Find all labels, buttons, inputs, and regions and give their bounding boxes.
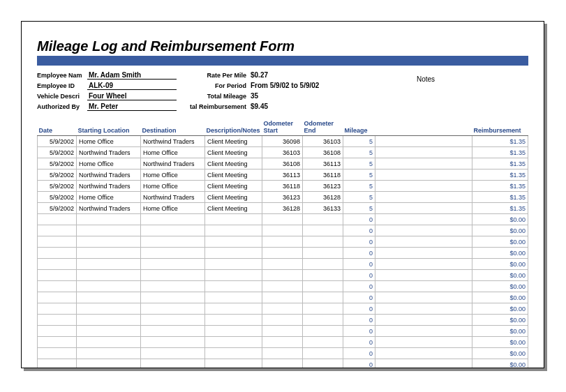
cell-reimb[interactable]: $0.00 (472, 315, 528, 326)
cell-odostart[interactable]: 36113 (262, 169, 303, 181)
cell-notes[interactable] (375, 259, 472, 270)
cell-notes[interactable] (375, 281, 472, 292)
cell-date[interactable] (38, 236, 77, 248)
cell-odostart[interactable]: 36098 (262, 136, 303, 147)
cell-date[interactable]: 5/9/2002 (38, 158, 77, 169)
cell-desc[interactable] (205, 348, 262, 359)
cell-reimb[interactable]: $0.00 (472, 225, 528, 236)
cell-desc[interactable]: Client Meeting (205, 169, 262, 181)
cell-odoend[interactable] (303, 214, 343, 225)
cell-desc[interactable]: Client Meeting (205, 136, 262, 147)
cell-desc[interactable] (205, 315, 262, 326)
cell-mileage[interactable]: 0 (343, 292, 375, 303)
cell-date[interactable] (38, 270, 77, 281)
cell-date[interactable] (38, 348, 77, 359)
value-employee-id[interactable]: ALK-09 (87, 82, 177, 90)
cell-date[interactable]: 5/9/2002 (38, 136, 77, 147)
cell-date[interactable] (38, 359, 77, 369)
cell-date[interactable] (38, 337, 77, 348)
cell-desc[interactable] (205, 326, 262, 337)
cell-start[interactable] (77, 359, 141, 369)
cell-odostart[interactable] (262, 303, 303, 315)
cell-reimb[interactable]: $0.00 (472, 270, 528, 281)
cell-reimb[interactable]: $0.00 (472, 248, 528, 259)
cell-dest[interactable] (141, 348, 205, 359)
cell-desc[interactable] (205, 303, 262, 315)
cell-date[interactable] (38, 315, 77, 326)
cell-start[interactable] (77, 337, 141, 348)
cell-dest[interactable]: Northwind Traders (141, 136, 205, 147)
cell-notes[interactable] (375, 203, 472, 214)
cell-desc[interactable] (205, 259, 262, 270)
cell-odoend[interactable]: 36123 (303, 181, 343, 192)
cell-odostart[interactable] (262, 214, 303, 225)
cell-date[interactable]: 5/9/2002 (38, 192, 77, 203)
cell-start[interactable]: Home Office (77, 136, 141, 147)
cell-notes[interactable] (375, 214, 472, 225)
cell-start[interactable] (77, 225, 141, 236)
cell-odoend[interactable]: 36128 (303, 192, 343, 203)
cell-start[interactable] (77, 348, 141, 359)
cell-mileage[interactable]: 0 (343, 225, 375, 236)
cell-dest[interactable] (141, 270, 205, 281)
cell-odostart[interactable] (262, 270, 303, 281)
cell-date[interactable]: 5/9/2002 (38, 181, 77, 192)
cell-odoend[interactable] (303, 236, 343, 248)
cell-dest[interactable] (141, 303, 205, 315)
cell-desc[interactable] (205, 270, 262, 281)
value-vehicle-desc[interactable]: Four Wheel (87, 92, 177, 100)
cell-notes[interactable] (375, 292, 472, 303)
cell-notes[interactable] (375, 348, 472, 359)
cell-start[interactable] (77, 270, 141, 281)
cell-date[interactable] (38, 248, 77, 259)
cell-start[interactable]: Home Office (77, 192, 141, 203)
cell-start[interactable]: Northwind Traders (77, 147, 141, 158)
cell-dest[interactable]: Home Office (141, 147, 205, 158)
cell-desc[interactable] (205, 236, 262, 248)
cell-reimb[interactable]: $0.00 (472, 337, 528, 348)
cell-reimb[interactable]: $0.00 (472, 292, 528, 303)
cell-reimb[interactable]: $1.35 (472, 181, 528, 192)
cell-start[interactable] (77, 236, 141, 248)
cell-odostart[interactable] (262, 248, 303, 259)
cell-date[interactable]: 5/9/2002 (38, 203, 77, 214)
cell-date[interactable] (38, 281, 77, 292)
cell-mileage[interactable]: 0 (343, 326, 375, 337)
cell-odoend[interactable] (303, 270, 343, 281)
cell-reimb[interactable]: $0.00 (472, 281, 528, 292)
cell-reimb[interactable]: $0.00 (472, 348, 528, 359)
cell-notes[interactable] (375, 181, 472, 192)
cell-mileage[interactable]: 0 (343, 236, 375, 248)
cell-start[interactable]: Northwind Traders (77, 181, 141, 192)
cell-desc[interactable]: Client Meeting (205, 158, 262, 169)
cell-start[interactable] (77, 259, 141, 270)
cell-odoend[interactable]: 36108 (303, 147, 343, 158)
cell-reimb[interactable]: $1.35 (472, 136, 528, 147)
cell-odostart[interactable] (262, 315, 303, 326)
cell-reimb[interactable]: $1.35 (472, 203, 528, 214)
cell-mileage[interactable]: 5 (343, 203, 375, 214)
cell-mileage[interactable]: 0 (343, 315, 375, 326)
cell-notes[interactable] (375, 225, 472, 236)
cell-dest[interactable]: Northwind Traders (141, 192, 205, 203)
cell-odostart[interactable]: 36103 (262, 147, 303, 158)
cell-odoend[interactable] (303, 292, 343, 303)
cell-notes[interactable] (375, 192, 472, 203)
cell-odostart[interactable] (262, 225, 303, 236)
cell-date[interactable] (38, 292, 77, 303)
cell-dest[interactable] (141, 236, 205, 248)
cell-notes[interactable] (375, 270, 472, 281)
cell-start[interactable]: Northwind Traders (77, 203, 141, 214)
cell-odostart[interactable] (262, 348, 303, 359)
cell-mileage[interactable]: 0 (343, 303, 375, 315)
cell-reimb[interactable]: $1.35 (472, 147, 528, 158)
cell-mileage[interactable]: 5 (343, 181, 375, 192)
cell-date[interactable]: 5/9/2002 (38, 147, 77, 158)
cell-dest[interactable] (141, 248, 205, 259)
cell-notes[interactable] (375, 359, 472, 369)
cell-dest[interactable] (141, 225, 205, 236)
cell-start[interactable] (77, 326, 141, 337)
cell-odoend[interactable] (303, 348, 343, 359)
cell-notes[interactable] (375, 337, 472, 348)
cell-odostart[interactable] (262, 292, 303, 303)
